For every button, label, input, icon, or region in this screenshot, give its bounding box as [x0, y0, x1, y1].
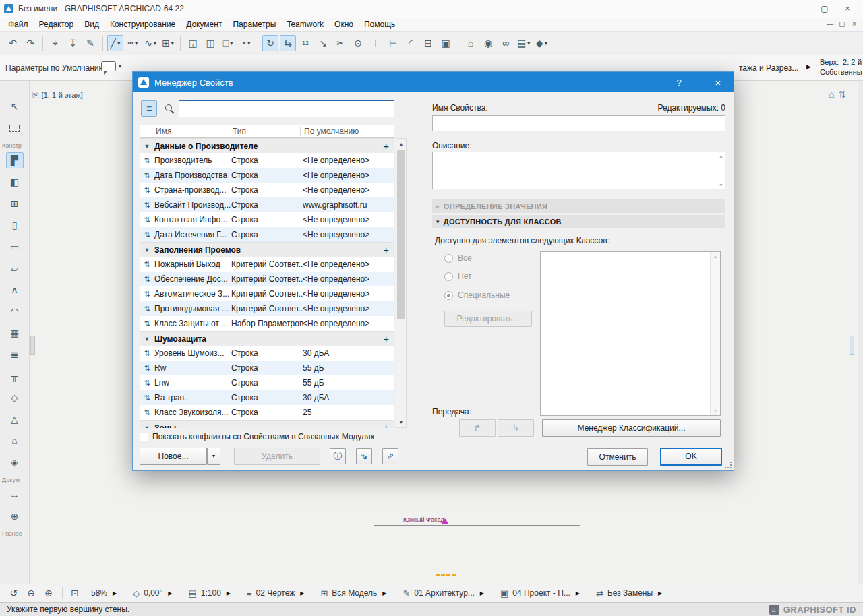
- dialog-title-bar[interactable]: Менеджер Свойств ? ×: [133, 72, 734, 92]
- mesh-tool-icon[interactable]: △: [6, 411, 24, 427]
- import-properties-button[interactable]: ⇘: [356, 448, 372, 464]
- menu-item[interactable]: Окно: [329, 18, 359, 31]
- property-row[interactable]: ⇅Автоматическое З...Критерий Соответ...<…: [140, 286, 394, 301]
- property-row[interactable]: ⇅Дата ПроизводстваСтрока<Не определено>: [140, 168, 394, 183]
- menu-item[interactable]: Файл: [3, 18, 34, 31]
- palette-grip-right[interactable]: [850, 336, 854, 355]
- palette-grip-left[interactable]: [30, 336, 35, 355]
- explode-icon[interactable]: ⊟: [420, 35, 436, 51]
- scroll-thumb[interactable]: [397, 150, 405, 319]
- trim-icon[interactable]: ⊤: [367, 35, 384, 51]
- property-row[interactable]: ⇅Уровень Шумоиз...Строка30 дБА: [140, 346, 394, 361]
- curtain-wall-tool-icon[interactable]: ▦: [6, 325, 24, 341]
- elevation-line[interactable]: [374, 525, 580, 526]
- wall-tool-icon[interactable]: ▛: [6, 152, 24, 168]
- dialog-resize-grip[interactable]: [725, 462, 732, 468]
- menu-item[interactable]: Документ: [181, 18, 227, 31]
- roof-tool-icon[interactable]: ∧: [6, 282, 24, 298]
- reorder-icon[interactable]: ⇅: [140, 230, 154, 239]
- reorder-icon[interactable]: ⇅: [140, 349, 154, 358]
- model-view-options[interactable]: ▣04 Проект - П...▶: [500, 588, 580, 598]
- railing-tool-icon[interactable]: ╥: [6, 368, 24, 384]
- menu-item[interactable]: Редактор: [34, 18, 80, 31]
- reorder-icon[interactable]: ⇅: [140, 186, 154, 195]
- group-collapse-icon[interactable]: ▼: [140, 143, 154, 150]
- level-dimension-tool-icon[interactable]: ⊕: [6, 508, 24, 524]
- guide-line-icon[interactable]: ╱▾: [107, 35, 123, 51]
- stair-tool-icon[interactable]: ≣: [6, 346, 24, 363]
- dimension-tool-icon[interactable]: ↔: [6, 487, 24, 503]
- property-row[interactable]: ⇅Класс Звукоизоля...Строка25: [140, 405, 394, 420]
- table-column-header[interactable]: Имя Тип По умолчанию: [140, 125, 394, 138]
- radio-all[interactable]: [444, 254, 453, 263]
- fillet-icon[interactable]: ◜: [403, 35, 419, 51]
- show-conflicts-checkbox[interactable]: [140, 433, 148, 441]
- edit-classes-button[interactable]: Редактировать...: [444, 311, 532, 327]
- column-tool-icon[interactable]: ▯: [6, 217, 24, 233]
- story-tab[interactable]: ⎘ [1. 1-й этаж]: [32, 90, 83, 100]
- classes-listbox[interactable]: ▲ ▼: [540, 251, 721, 416]
- object-tool-icon[interactable]: ◈: [6, 454, 24, 470]
- inject-parameters-icon[interactable]: ↧: [65, 35, 81, 51]
- mdi-minimize-button[interactable]: —: [824, 18, 836, 30]
- label-tool-button[interactable]: ▾: [101, 61, 121, 71]
- reorder-icon[interactable]: ⇅: [140, 319, 154, 328]
- transfer-inject-button[interactable]: ↳: [498, 419, 534, 437]
- menu-item[interactable]: Конструирование: [105, 18, 181, 31]
- graphisoft-id-badge[interactable]: ⌂ GRAPHISOFT ID: [769, 605, 856, 615]
- canvas-vertical-scrollbar[interactable]: [858, 81, 863, 584]
- property-row[interactable]: ⇅Обеспечение Дос...Критерий Соответ...<Н…: [140, 272, 394, 286]
- pen-sets-icon[interactable]: ◆▾: [533, 35, 549, 51]
- morph-tool-icon[interactable]: ◇: [6, 390, 24, 406]
- class-availability-section-header[interactable]: ▾ ДОСТУПНОСТЬ ДЛЯ КЛАССОВ: [432, 215, 725, 228]
- property-name-input[interactable]: [432, 115, 725, 131]
- property-group-row[interactable]: ▼Данные о Производителе+: [140, 138, 394, 153]
- reorder-icon[interactable]: ⇅: [140, 379, 154, 388]
- favorite-settings-icon[interactable]: ✎: [82, 35, 98, 51]
- property-row[interactable]: ⇅LnwСтрока55 дБ: [140, 375, 394, 390]
- description-textarea[interactable]: ▲ ▼: [432, 152, 725, 189]
- layers-icon[interactable]: ▤▾: [515, 35, 532, 51]
- reorder-icon[interactable]: ⇅: [140, 171, 154, 180]
- table-scrollbar[interactable]: ▲ ▼: [396, 138, 407, 428]
- mirror-icon[interactable]: ⇆: [280, 35, 296, 51]
- scroll-up-icon[interactable]: ▲: [396, 139, 406, 149]
- elevation-marker-icon[interactable]: [442, 518, 448, 524]
- marquee-display-icon[interactable]: □▾: [220, 35, 236, 51]
- property-row[interactable]: ⇅Ra тран.Строка30 дБА: [140, 390, 394, 405]
- property-group-row[interactable]: ▼Зоны+: [140, 420, 394, 428]
- property-row[interactable]: ⇅Вебсайт Производ...Строкаwww.graphisoft…: [140, 197, 394, 212]
- 3d-cutaway-icon[interactable]: ⌂: [463, 35, 479, 51]
- reorder-icon[interactable]: ⇅: [140, 305, 154, 313]
- elevation-line-2[interactable]: [263, 530, 580, 530]
- radio-none[interactable]: [444, 272, 453, 281]
- add-property-button[interactable]: +: [383, 333, 389, 344]
- add-property-button[interactable]: +: [383, 140, 389, 152]
- radio-custom[interactable]: [444, 291, 453, 300]
- reorder-icon[interactable]: ⇅: [140, 156, 154, 165]
- story-line-popup-arrow-icon[interactable]: ▶: [806, 63, 811, 70]
- stretch-icon[interactable]: ↘: [315, 35, 331, 51]
- snap-guide-icon[interactable]: ┅▾: [125, 35, 141, 51]
- orientation[interactable]: ◇0,00°▶: [133, 588, 172, 598]
- ok-button[interactable]: OK: [660, 448, 722, 466]
- transfer-pickup-button[interactable]: ↱: [459, 419, 496, 437]
- zoom-in-icon[interactable]: ⊕: [40, 586, 57, 600]
- group-collapse-icon[interactable]: ▼: [140, 336, 154, 342]
- undo-icon[interactable]: ↶: [5, 35, 21, 51]
- split-icon[interactable]: ✂: [332, 35, 349, 51]
- property-row[interactable]: ⇅Дата Истечения Г...Строка<Не определено…: [140, 227, 394, 242]
- rotate-icon[interactable]: ↻: [262, 35, 278, 51]
- redo-icon[interactable]: ↷: [22, 35, 38, 51]
- listbox-scroll-down-icon[interactable]: ▼: [711, 408, 720, 413]
- minimize-button[interactable]: —: [790, 1, 813, 17]
- pen-set[interactable]: ≡02 Чертеж▶: [247, 588, 304, 598]
- group-collapse-icon[interactable]: ▼: [140, 247, 154, 253]
- window-tool-icon[interactable]: ⊞: [6, 195, 24, 212]
- property-row[interactable]: ⇅Класс Защиты от ...Набор Параметров<Не …: [140, 316, 394, 331]
- snap-point-icon[interactable]: ∿▾: [142, 35, 158, 51]
- tree-view-toggle[interactable]: ≡: [141, 100, 157, 117]
- mdi-close-button[interactable]: ×: [848, 18, 860, 30]
- group-collapse-icon[interactable]: ▼: [140, 425, 154, 429]
- door-tool-icon[interactable]: ◧: [6, 174, 24, 190]
